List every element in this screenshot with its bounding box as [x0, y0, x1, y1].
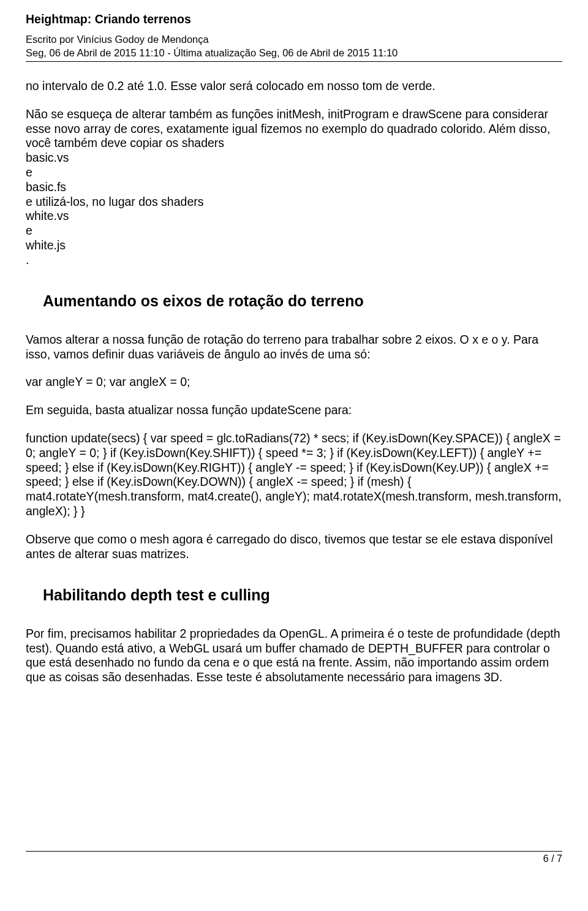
paragraph: Em seguida, basta atualizar nossa função…	[26, 403, 562, 418]
footer-rule	[26, 851, 562, 852]
text: e	[26, 165, 32, 179]
paragraph: Observe que como o mesh agora é carregad…	[26, 532, 562, 562]
text: basic.vs	[26, 151, 69, 164]
code-block: function update(secs) { var speed = glc.…	[26, 431, 562, 519]
text: Não se esqueça de alterar também as funç…	[26, 107, 550, 150]
text: white.js	[26, 238, 66, 252]
text: e utilizá-los, no lugar dos shaders	[26, 195, 204, 208]
doc-dates: Seg, 06 de Abril de 2015 11:10 - Última …	[26, 47, 562, 59]
footer: 6 / 7	[26, 851, 562, 865]
doc-author: Escrito por Vinícius Godoy de Mendonça	[26, 33, 562, 45]
page-number: 6 / 7	[26, 853, 562, 865]
text: .	[26, 253, 29, 266]
code-block: var angleY = 0; var angleX = 0;	[26, 375, 562, 390]
header-rule	[26, 61, 562, 62]
paragraph: Não se esqueça de alterar também as funç…	[26, 107, 562, 268]
paragraph: no intervalo de 0.2 até 1.0. Esse valor …	[26, 79, 562, 94]
text: basic.fs	[26, 180, 66, 194]
paragraph: Vamos alterar a nossa função de rotação …	[26, 333, 562, 362]
paragraph: Por fim, precisamos habilitar 2 propried…	[26, 627, 562, 685]
section-heading-depth: Habilitando depth test e culling	[43, 586, 562, 605]
section-heading-rotation: Aumentando os eixos de rotação do terren…	[43, 292, 562, 311]
text: e	[26, 224, 32, 237]
doc-title: Heightmap: Criando terrenos	[26, 12, 562, 27]
text: white.vs	[26, 209, 69, 222]
